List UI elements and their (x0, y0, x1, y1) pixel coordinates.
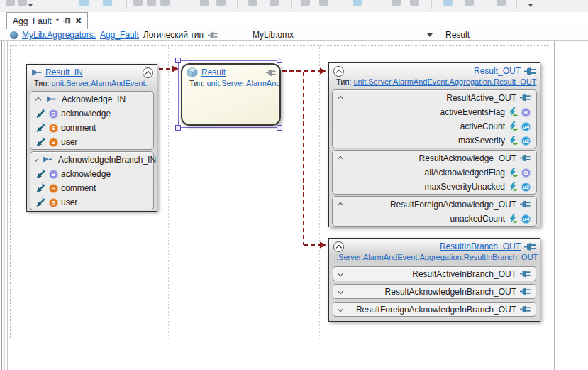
selection-handle[interactable] (175, 58, 181, 63)
port-label: activeEventsFlag (440, 107, 505, 117)
port-row[interactable]: allAcknowledgedFlag B (333, 165, 536, 180)
chevron-up-icon[interactable] (338, 156, 343, 162)
chevron-up-icon[interactable] (338, 96, 343, 102)
toolbar-separator (431, 0, 432, 9)
chevron-down-icon[interactable] (338, 288, 343, 293)
collapsed-section-result-active-in-branch[interactable]: ResultActiveInBranch_OUT (333, 266, 536, 281)
section-header[interactable]: AcknowledgeInBranch_IN (30, 152, 153, 167)
selection-handle[interactable] (175, 125, 181, 131)
type-badge: u4 (521, 122, 531, 131)
dropdown-arrow-icon[interactable] (427, 33, 433, 37)
toolbar-icon-stub[interactable] (465, 0, 474, 6)
port-row[interactable]: unackedCount u4 (333, 212, 536, 226)
pin-icon[interactable] (63, 17, 71, 25)
block-title-link[interactable]: ResultInBranch_OUT (440, 241, 521, 251)
toolbar-icon-stub[interactable] (147, 0, 156, 6)
plug-icon (524, 242, 536, 251)
type-link[interactable]: unit.Server.AlarmAnd (206, 79, 279, 87)
input-signal-icon (35, 197, 46, 207)
toolbar-icon-stub[interactable] (133, 0, 143, 6)
node-result[interactable]: Result Тип: unit.Server.AlarmAnd (181, 63, 281, 126)
toolbar-icon-stub[interactable] (79, 0, 89, 6)
toolbar-icon-stub[interactable] (200, 0, 209, 6)
block-title-link[interactable]: Result_OUT (474, 66, 521, 76)
chevron-up-icon[interactable] (35, 159, 38, 163)
column-guide (319, 46, 320, 339)
plug-icon (266, 69, 276, 77)
collapse-button[interactable] (333, 241, 344, 252)
toolbar-icon-stub[interactable] (18, 0, 27, 6)
toolbar-icon-stub[interactable] (270, 0, 279, 6)
port-label: maxSeverity (458, 136, 505, 146)
toolbar-icon-stub[interactable] (319, 0, 328, 6)
port-row[interactable]: activeCount u4 (333, 119, 536, 134)
section-header[interactable]: ResultActive_OUT (333, 90, 536, 105)
combobox-value: MyLib.omx (253, 30, 294, 40)
type-row: Тип: unit.Server.AlarmAndEvent.Aggregati… (329, 77, 540, 88)
block-result-in[interactable]: Result_IN Тип: unit.Server.AlarmAndEvent… (26, 64, 157, 212)
chevron-up-icon[interactable] (338, 202, 343, 208)
section-header[interactable]: ResultAcknowledge_OUT (333, 151, 536, 165)
type-link[interactable]: unit.Server.AlarmAndEvent. (51, 79, 147, 87)
block-header: Result_OUT (329, 63, 540, 77)
dropdown-caret-icon[interactable] (528, 4, 533, 7)
block-result-out[interactable]: Result_OUT Тип: unit.Server.AlarmAndEven… (328, 62, 540, 227)
toolbar-icon-stub[interactable] (301, 0, 310, 6)
block-title-link[interactable]: Result_IN (45, 67, 83, 77)
node-title-link[interactable]: Result (201, 67, 226, 77)
port-row[interactable]: S user (30, 135, 153, 149)
port-row[interactable]: S user (30, 195, 153, 210)
block-result-in-branch-out[interactable]: ResultInBranch_OUT .Server.AlarmAndEvent… (328, 238, 540, 322)
selected-element-label: Result (445, 30, 470, 40)
chevron-up-icon[interactable] (35, 97, 41, 103)
type-label: Тип: (336, 77, 351, 86)
collapse-button[interactable] (143, 67, 153, 78)
selection-handle[interactable] (277, 58, 282, 63)
toolbar-icon-stub[interactable] (6, 0, 15, 6)
window-frame-line (4, 41, 5, 370)
collapsed-section-result-acknowledge-in-branch[interactable]: ResultAcknowledgeInBranch_OUT (333, 284, 536, 299)
chevron-down-icon[interactable] (338, 270, 343, 276)
breadcrumb-object-link[interactable]: Agg_Fault (100, 30, 139, 40)
chevron-down-icon[interactable] (338, 305, 343, 311)
editor-right-edge (554, 41, 555, 370)
output-signal-icon (508, 168, 518, 178)
toolbar-icon-stub[interactable] (160, 0, 170, 6)
toolbar-icon-stub[interactable] (443, 0, 453, 6)
collapsed-section-result-foreign-acknowledge-in-branch[interactable]: ResultForeignAcknowledgeInBranch_OUT (333, 302, 536, 317)
toolbar (0, 0, 588, 12)
plug-icon (520, 200, 531, 208)
port-row[interactable]: S comment (30, 121, 153, 135)
port-label: user (61, 137, 77, 147)
port-row[interactable]: maxSeverityUnacked u2 (333, 180, 536, 194)
close-icon[interactable]: ✕ (75, 16, 82, 26)
breadcrumb-library-link[interactable]: MyLib.Aggregators. (22, 30, 96, 40)
section-header[interactable]: ResultForeignAcknowledge_OUT (333, 197, 536, 212)
toolbar-icon-stub[interactable] (497, 0, 506, 6)
type-link[interactable]: .Server.AlarmAndEvent.Aggregation.Result… (336, 253, 538, 261)
toolbar-icon-stub[interactable] (216, 0, 226, 6)
section-header[interactable]: Acknowledge_IN (30, 92, 153, 107)
flag-icon (43, 156, 52, 163)
type-badge: S (49, 198, 58, 207)
port-row[interactable]: B acknowledge (30, 167, 153, 181)
plug-icon (520, 94, 531, 102)
type-badge: S (49, 138, 58, 147)
selection-handle[interactable] (277, 125, 282, 131)
plug-icon (520, 288, 531, 295)
toolbar-icon-stub[interactable] (248, 0, 257, 6)
tab-agg-fault[interactable]: Agg_Fault* ✕ (6, 12, 88, 29)
toolbar-icon-stub[interactable] (353, 0, 362, 6)
port-row[interactable]: S comment (30, 181, 153, 195)
type-link[interactable]: unit.Server.AlarmAndEvent.Aggregation.Re… (353, 77, 536, 86)
toolbar-icon-stub[interactable] (103, 0, 112, 6)
type-badge: B (49, 170, 58, 179)
port-row[interactable]: B acknowledge (30, 107, 153, 121)
port-row[interactable]: activeEventsFlag B (333, 105, 536, 119)
dropdown-caret-icon[interactable] (28, 4, 33, 7)
toolbar-icon-stub[interactable] (410, 0, 419, 6)
toolbar-icon-stub[interactable] (392, 0, 401, 6)
port-row[interactable]: maxSeverity u2 (333, 134, 536, 148)
library-file-combobox[interactable]: MyLib.omx (250, 29, 436, 40)
collapse-button[interactable] (333, 66, 344, 77)
